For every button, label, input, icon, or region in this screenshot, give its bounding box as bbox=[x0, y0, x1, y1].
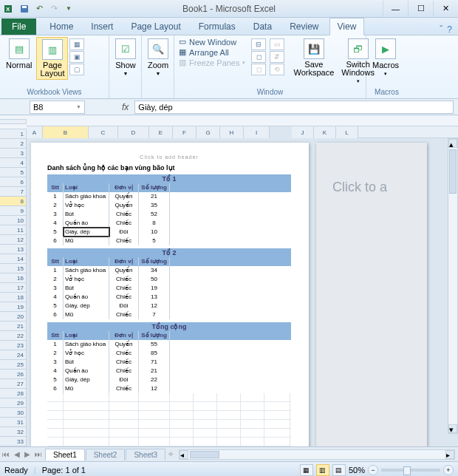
unhide-icon[interactable]: ◻ bbox=[251, 64, 266, 75]
table-cell[interactable]: Bút bbox=[64, 284, 109, 293]
row-header-15[interactable]: 15 bbox=[0, 264, 27, 273]
row-header-26[interactable]: 26 bbox=[0, 370, 27, 379]
new-window-button[interactable]: ▭New Window bbox=[179, 37, 245, 47]
save-icon[interactable] bbox=[18, 2, 31, 16]
table-cell[interactable]: 35 bbox=[139, 201, 170, 210]
table-cell[interactable]: 21 bbox=[139, 192, 170, 201]
table-cell[interactable]: Chiếc bbox=[109, 367, 139, 375]
vertical-scrollbar[interactable]: ▴ ▾ bbox=[448, 138, 458, 434]
table-cell[interactable]: 3 bbox=[47, 210, 64, 219]
column-header-A[interactable]: A bbox=[27, 126, 43, 138]
row-header-11[interactable]: 11 bbox=[0, 225, 27, 235]
table-cell[interactable]: Sách giáo khoa bbox=[64, 340, 109, 349]
undo-icon[interactable]: ↶ bbox=[33, 2, 46, 16]
page-break-preview-icon[interactable]: ▦ bbox=[69, 38, 84, 50]
table-cell[interactable]: 2 bbox=[47, 349, 64, 358]
formula-bar[interactable]: Giày, dép bbox=[134, 101, 454, 114]
table-cell[interactable]: Sách giáo khoa bbox=[64, 192, 109, 201]
table-cell[interactable]: Đôi bbox=[109, 375, 139, 384]
table-cell[interactable]: 2 bbox=[47, 275, 64, 284]
normal-view-button[interactable]: ▤ Normal bbox=[3, 37, 35, 71]
column-header-H[interactable]: H bbox=[220, 126, 244, 138]
help-icon[interactable]: ? bbox=[447, 24, 452, 35]
row-header-5[interactable]: 5 bbox=[0, 168, 27, 177]
table-cell[interactable]: 12 bbox=[139, 384, 170, 393]
table-cell[interactable]: Chiếc bbox=[109, 349, 139, 358]
hide-icon[interactable]: ◻ bbox=[251, 51, 266, 63]
split-icon[interactable]: ⊟ bbox=[251, 38, 266, 50]
row-header-10[interactable]: 10 bbox=[0, 216, 27, 225]
table-row[interactable]: 6MũChiếc7 bbox=[47, 310, 291, 319]
row-header-14[interactable]: 14 bbox=[0, 254, 27, 264]
minimize-button[interactable]: — bbox=[383, 1, 408, 17]
freeze-panes-button[interactable]: ▥Freeze Panes▾ bbox=[179, 58, 245, 67]
fx-icon[interactable]: fx bbox=[122, 102, 129, 112]
tab-view[interactable]: View bbox=[329, 18, 365, 35]
table-row[interactable]: 3BútChiếc19 bbox=[47, 284, 291, 293]
row-header-3[interactable]: 3 bbox=[0, 149, 27, 158]
table-cell[interactable]: 22 bbox=[139, 375, 170, 384]
table-cell[interactable]: Chiếc bbox=[109, 219, 139, 228]
table-row[interactable]: 6MũChiếc5 bbox=[47, 237, 291, 245]
table-row[interactable]: 2Vở họcQuyển35 bbox=[47, 201, 291, 210]
scroll-down-icon[interactable]: ▾ bbox=[448, 424, 457, 433]
row-header-22[interactable]: 22 bbox=[0, 331, 27, 341]
normal-view-btn[interactable]: ▦ bbox=[300, 464, 313, 476]
sheet-tab-sheet3[interactable]: Sheet3 bbox=[126, 449, 165, 460]
table-cell[interactable]: Vở học bbox=[64, 201, 109, 210]
column-header-K[interactable]: K bbox=[314, 126, 336, 138]
column-header-L[interactable]: L bbox=[336, 126, 358, 138]
row-header-23[interactable]: 23 bbox=[0, 341, 27, 350]
table-cell[interactable]: 10 bbox=[139, 228, 170, 237]
zoom-out-button[interactable]: − bbox=[368, 465, 378, 475]
macros-button[interactable]: ▶ Macros ▾ bbox=[369, 37, 402, 78]
row-header-30[interactable]: 30 bbox=[0, 408, 27, 418]
row-header-18[interactable]: 18 bbox=[0, 293, 27, 302]
custom-views-icon[interactable]: ▣ bbox=[69, 51, 84, 63]
row-header-8[interactable]: 8 bbox=[0, 197, 27, 206]
row-header-19[interactable]: 19 bbox=[0, 302, 27, 312]
table-cell[interactable]: 3 bbox=[47, 358, 64, 367]
table-cell[interactable]: Chiếc bbox=[109, 275, 139, 284]
table-cell[interactable]: 8 bbox=[139, 219, 170, 228]
sync-scroll-icon[interactable]: ⇵ bbox=[270, 51, 284, 63]
table-cell[interactable]: Đôi bbox=[109, 302, 139, 310]
table-cell[interactable]: 4 bbox=[47, 219, 64, 228]
zoom-slider[interactable] bbox=[381, 469, 440, 472]
tab-data[interactable]: Data bbox=[246, 18, 279, 35]
table-cell[interactable]: Chiếc bbox=[109, 237, 139, 245]
table-cell[interactable]: 1 bbox=[47, 340, 64, 349]
sheet-tab-sheet1[interactable]: Sheet1 bbox=[45, 449, 85, 460]
table-cell[interactable]: Quần áo bbox=[64, 367, 109, 375]
file-tab[interactable]: File bbox=[1, 18, 36, 35]
column-header-C[interactable]: C bbox=[89, 126, 118, 138]
row-header-31[interactable]: 31 bbox=[0, 418, 27, 427]
page-layout-view-btn[interactable]: ▥ bbox=[316, 464, 329, 476]
table-cell[interactable]: 6 bbox=[47, 310, 64, 319]
row-header-21[interactable]: 21 bbox=[0, 322, 27, 331]
table-cell[interactable]: Mũ bbox=[64, 237, 109, 245]
table-cell[interactable]: 5 bbox=[47, 228, 64, 237]
table-cell[interactable]: Giày, dép bbox=[64, 228, 109, 237]
maximize-button[interactable]: ☐ bbox=[408, 1, 433, 17]
column-header-B[interactable]: B bbox=[43, 126, 89, 138]
table-cell[interactable]: Sách giáo khoa bbox=[64, 266, 109, 275]
table-cell[interactable]: 12 bbox=[139, 302, 170, 310]
table-cell[interactable]: 5 bbox=[47, 302, 64, 310]
reset-pos-icon[interactable]: ⟲ bbox=[270, 64, 284, 75]
scroll-thumb[interactable] bbox=[449, 149, 457, 194]
tab-insert[interactable]: Insert bbox=[83, 18, 120, 35]
table-cell[interactable]: Vở học bbox=[64, 275, 109, 284]
table-cell[interactable]: 6 bbox=[47, 237, 64, 245]
table-cell[interactable]: 13 bbox=[139, 293, 170, 302]
table-row[interactable]: 6MũChiếc12 bbox=[47, 384, 291, 393]
table-cell[interactable]: Chiếc bbox=[109, 358, 139, 367]
scroll-left-icon[interactable]: ◂ bbox=[180, 450, 188, 459]
scroll-thumb[interactable] bbox=[190, 451, 219, 458]
table-cell[interactable]: Quyển bbox=[109, 266, 139, 275]
fullscreen-icon[interactable]: ▢ bbox=[69, 64, 84, 75]
table-cell[interactable]: Mũ bbox=[64, 384, 109, 393]
table-cell[interactable]: Chiếc bbox=[109, 293, 139, 302]
row-header-32[interactable]: 32 bbox=[0, 427, 27, 437]
tab-nav-first-icon[interactable]: ⏮ bbox=[0, 450, 12, 458]
